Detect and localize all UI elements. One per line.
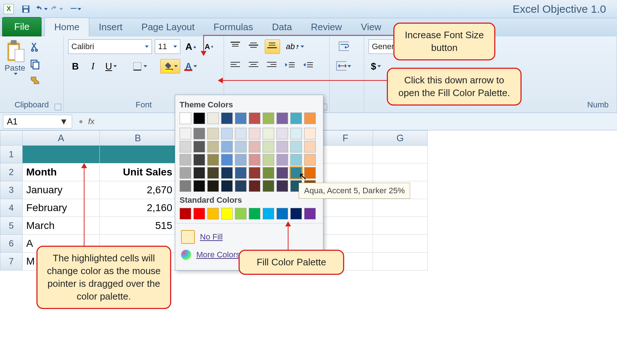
color-swatch[interactable] [221, 154, 233, 166]
color-swatch[interactable] [263, 167, 274, 179]
color-swatch[interactable] [304, 141, 316, 153]
color-swatch[interactable] [276, 154, 288, 166]
color-swatch[interactable] [263, 208, 274, 219]
row-header[interactable]: 2 [0, 163, 23, 181]
cell[interactable]: 515 [100, 217, 176, 235]
increase-font-button[interactable]: A▲ [183, 39, 199, 54]
color-swatch[interactable] [221, 167, 233, 179]
color-swatch[interactable] [304, 167, 316, 179]
row-header[interactable]: 7 [0, 253, 23, 270]
cell[interactable]: Month [23, 163, 100, 181]
bold-button[interactable]: B [68, 59, 83, 74]
color-swatch[interactable] [290, 141, 302, 153]
copy-icon[interactable] [29, 58, 41, 70]
cell[interactable] [373, 217, 428, 235]
color-swatch[interactable] [263, 128, 274, 139]
color-swatch[interactable] [180, 208, 191, 219]
format-painter-icon[interactable] [29, 75, 41, 87]
row-header[interactable]: 6 [0, 235, 23, 253]
color-swatch[interactable] [276, 180, 288, 192]
color-swatch[interactable] [193, 208, 205, 219]
color-swatch[interactable] [207, 208, 219, 219]
color-swatch[interactable] [276, 167, 288, 179]
color-swatch[interactable] [193, 128, 205, 139]
align-bottom[interactable] [265, 39, 280, 54]
tab-view[interactable]: View [351, 18, 391, 36]
cell[interactable] [318, 146, 373, 163]
color-swatch[interactable] [180, 180, 191, 192]
cell[interactable] [23, 146, 100, 163]
no-fill-item[interactable]: No Fill [180, 227, 319, 247]
color-swatch[interactable] [263, 154, 274, 166]
cell[interactable] [373, 163, 428, 181]
tab-formulas[interactable]: Formulas [204, 18, 262, 36]
cell[interactable] [318, 217, 373, 235]
color-swatch[interactable] [263, 112, 274, 124]
align-top[interactable] [228, 39, 243, 54]
color-swatch[interactable] [235, 180, 247, 192]
increase-indent[interactable] [301, 59, 316, 74]
color-swatch[interactable] [276, 112, 288, 124]
color-swatch[interactable] [290, 208, 302, 219]
color-swatch[interactable] [276, 128, 288, 139]
currency-button[interactable]: $ [369, 59, 383, 74]
fill-color-dropdown[interactable] [174, 65, 178, 67]
color-swatch[interactable] [193, 154, 205, 166]
color-swatch[interactable] [193, 180, 205, 192]
align-left[interactable] [228, 59, 243, 74]
color-swatch[interactable] [180, 112, 191, 124]
align-middle[interactable] [247, 39, 261, 54]
fx-label[interactable]: fx [88, 117, 94, 126]
borders-button[interactable] [130, 59, 149, 74]
color-swatch[interactable] [290, 128, 302, 139]
color-swatch[interactable] [221, 141, 233, 153]
color-swatch[interactable] [207, 167, 219, 179]
wrap-text-button[interactable] [334, 39, 353, 54]
color-swatch[interactable] [207, 180, 219, 192]
paste-label[interactable]: Paste [5, 63, 25, 73]
decrease-indent[interactable] [283, 59, 298, 74]
cell[interactable] [318, 163, 373, 181]
color-swatch[interactable] [290, 112, 302, 124]
tab-review[interactable]: Review [302, 18, 351, 36]
align-right[interactable] [265, 59, 279, 74]
color-swatch[interactable] [180, 141, 191, 153]
row-header[interactable]: 5 [0, 217, 23, 235]
color-swatch[interactable] [304, 112, 316, 124]
col-header-g[interactable]: G [373, 130, 428, 146]
color-swatch[interactable] [221, 128, 233, 139]
tab-home[interactable]: Home [44, 17, 89, 36]
qat-save[interactable] [19, 3, 32, 16]
paste-dropdown[interactable] [14, 73, 17, 75]
cut-icon[interactable] [29, 41, 41, 53]
col-header-b[interactable]: B [100, 130, 176, 146]
fill-color-button[interactable] [160, 59, 180, 74]
font-name-combo[interactable]: Calibri [68, 39, 152, 54]
color-swatch[interactable] [290, 154, 302, 166]
cell[interactable]: Unit Sales [100, 163, 176, 181]
font-size-combo[interactable]: 11 [155, 39, 180, 54]
color-swatch[interactable] [221, 180, 233, 192]
color-swatch[interactable] [249, 208, 260, 219]
tab-data[interactable]: Data [263, 18, 302, 36]
color-swatch[interactable] [263, 141, 274, 153]
clipboard-launcher[interactable] [55, 104, 61, 110]
name-box[interactable]: A1▼ [3, 115, 72, 128]
tab-insert[interactable]: Insert [89, 18, 132, 36]
col-header-f[interactable]: F [318, 130, 373, 146]
color-swatch[interactable] [304, 154, 316, 166]
row-header[interactable]: 1 [0, 146, 23, 163]
color-swatch[interactable] [304, 208, 316, 219]
col-header-a[interactable]: A [23, 130, 100, 146]
color-swatch[interactable] [235, 141, 247, 153]
color-swatch[interactable] [207, 128, 219, 139]
cell[interactable] [373, 199, 428, 217]
align-center[interactable] [247, 59, 261, 74]
color-swatch[interactable] [235, 167, 247, 179]
tab-page-layout[interactable]: Page Layout [132, 18, 204, 36]
color-swatch[interactable] [193, 167, 205, 179]
color-swatch[interactable] [249, 154, 260, 166]
italic-button[interactable]: I [86, 59, 100, 74]
cell[interactable]: 2,670 [100, 181, 176, 199]
font-color-button[interactable]: A [183, 59, 199, 74]
